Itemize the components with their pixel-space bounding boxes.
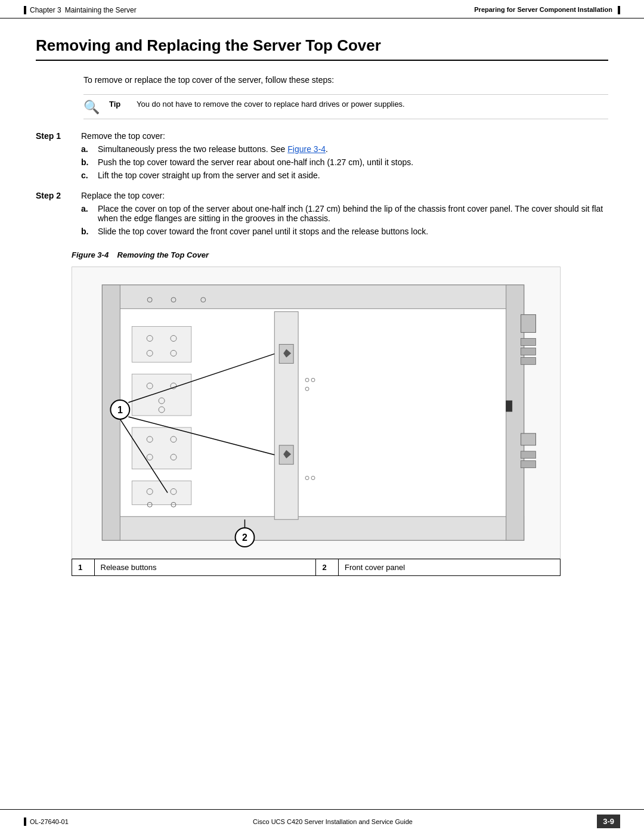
step-2b-label: b. (81, 227, 92, 236)
svg-rect-2 (102, 285, 524, 309)
legend-row-1: 1 Release buttons 2 Front cover panel (72, 559, 561, 576)
svg-rect-8 (521, 348, 536, 355)
figure-svg: 1 2 330038 (72, 267, 560, 558)
page-header: Chapter 3 Maintaining the Server Prepari… (0, 0, 644, 18)
main-content: Removing and Replacing the Server Top Co… (0, 18, 644, 612)
footer-center: Cisco UCS C420 Server Installation and S… (253, 818, 413, 825)
step-1a-text: Simultaneously press the two release but… (98, 144, 608, 154)
figure-diagram: 1 2 330038 (72, 267, 561, 559)
step-2a-text: Place the cover on top of the server abo… (98, 204, 608, 223)
figure-caption: Figure 3-4 Removing the Top Cover (72, 250, 608, 259)
chapter-label: Chapter 3 (30, 6, 61, 14)
step-2b: b. Slide the top cover toward the front … (81, 227, 608, 236)
header-bar-left (24, 6, 26, 14)
header-left: Chapter 3 Maintaining the Server (24, 6, 137, 14)
step-1a: a. Simultaneously press the two release … (81, 144, 608, 154)
tip-label: Tip (109, 100, 127, 109)
step-1-container: Step 1 Remove the top cover: a. Simultan… (36, 131, 608, 180)
section-label: Preparing for Server Component Installat… (474, 6, 612, 13)
legend-2-num: 2 (316, 559, 339, 576)
svg-rect-22 (132, 374, 191, 416)
tip-text: You do not have to remove the cover to r… (137, 100, 608, 109)
tip-box: 🔍 Tip You do not have to remove the cove… (83, 94, 608, 119)
step-1-row: Step 1 Remove the top cover: (36, 131, 608, 141)
svg-text:1: 1 (117, 405, 123, 415)
step-1b-text: Push the top cover toward the server rea… (98, 157, 608, 167)
legend-table: 1 Release buttons 2 Front cover panel (72, 559, 561, 576)
header-right: Preparing for Server Component Installat… (474, 6, 620, 14)
step-1-label: Step 1 (36, 131, 72, 141)
svg-rect-7 (521, 339, 536, 346)
step-1b-label: b. (81, 157, 92, 167)
page-title: Removing and Replacing the Server Top Co… (36, 36, 608, 61)
footer-left: OL-27640-01 (24, 817, 69, 826)
step-2b-text: Slide the top cover toward the front cov… (98, 227, 608, 236)
step-2-container: Step 2 Replace the top cover: a. Place t… (36, 191, 608, 236)
header-bar-right (618, 6, 620, 14)
svg-rect-9 (521, 357, 536, 364)
step-1c-label: c. (81, 171, 92, 180)
svg-rect-11 (521, 451, 536, 459)
step-2-sub-steps: a. Place the cover on top of the server … (81, 204, 608, 236)
step-2-row: Step 2 Replace the top cover: (36, 191, 608, 200)
legend-1-label: Release buttons (94, 559, 316, 576)
footer-bar (24, 817, 26, 826)
svg-rect-32 (132, 481, 191, 505)
step-2a: a. Place the cover on top of the server … (81, 204, 608, 223)
page-number: 3-9 (597, 815, 620, 828)
svg-rect-17 (132, 327, 191, 363)
step-2a-label: a. (81, 204, 92, 223)
step-2-text: Replace the top cover: (81, 191, 608, 200)
legend-2-label: Front cover panel (338, 559, 560, 576)
footer-doc-id: OL-27640-01 (30, 818, 69, 825)
svg-rect-10 (521, 433, 536, 445)
intro-paragraph: To remove or replace the top cover of th… (83, 75, 608, 85)
svg-rect-6 (521, 315, 536, 333)
step-1-sub-steps: a. Simultaneously press the two release … (81, 144, 608, 180)
figure-section: Figure 3-4 Removing the Top Cover (72, 250, 608, 576)
legend-1-num: 1 (72, 559, 95, 576)
step-1b: b. Push the top cover toward the server … (81, 157, 608, 167)
svg-rect-12 (521, 461, 536, 468)
step-1c: c. Lift the top cover straight up from t… (81, 171, 608, 180)
svg-text:2: 2 (242, 532, 247, 543)
chapter-title: Maintaining the Server (65, 6, 137, 14)
svg-rect-27 (132, 428, 191, 469)
step-2-label: Step 2 (36, 191, 72, 200)
step-1c-text: Lift the top cover straight up from the … (98, 171, 608, 180)
svg-rect-3 (102, 516, 524, 540)
svg-rect-13 (506, 401, 512, 411)
step-1a-label: a. (81, 144, 92, 154)
tip-icon: 🔍 (83, 101, 100, 114)
page-footer: OL-27640-01 Cisco UCS C420 Server Instal… (0, 809, 644, 833)
figure-link[interactable]: Figure 3-4 (287, 144, 326, 154)
step-1-text: Remove the top cover: (81, 131, 608, 141)
svg-rect-35 (274, 312, 298, 520)
